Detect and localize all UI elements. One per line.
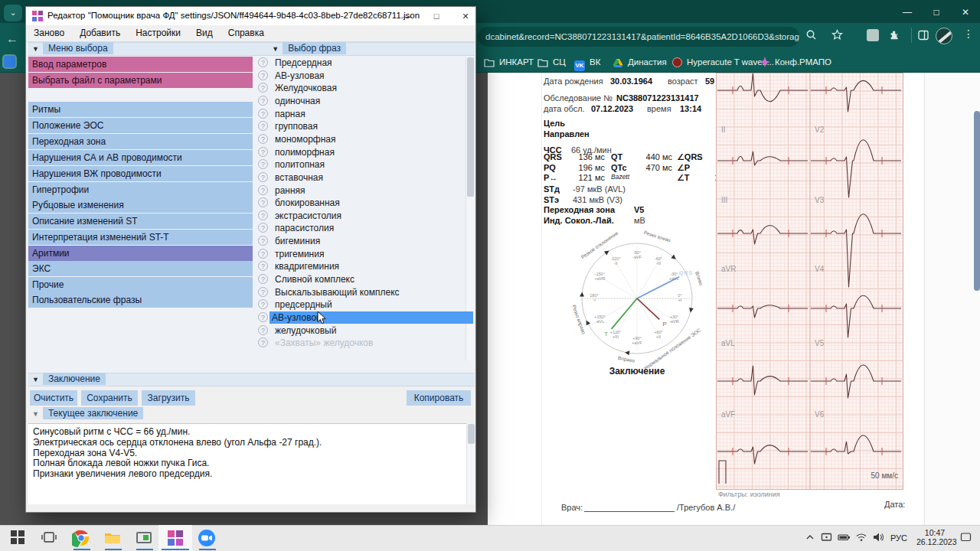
help-icon[interactable]: ? [258,287,268,297]
tray-display-icon[interactable] [821,532,832,546]
help-icon[interactable]: ? [258,121,268,131]
zoom-app-icon[interactable] [198,529,216,547]
phrase-item[interactable]: ?одиночная [258,95,474,107]
sidebar-item[interactable]: Ввод параметров [28,57,253,72]
start-button[interactable] [9,529,28,547]
editor-maximize-button[interactable]: □ [422,7,451,25]
clock[interactable]: 10:47 26.12.2023 [916,528,953,546]
help-icon[interactable]: ? [258,109,268,119]
help-icon[interactable]: ? [258,236,268,246]
help-icon[interactable]: ? [258,172,268,182]
tab-chevron-icon[interactable]: ⌄ [4,5,22,21]
extension-icon[interactable] [867,29,879,41]
language-indicator[interactable]: РУС [890,533,907,543]
phrase-item[interactable]: ?предсердный [258,298,474,311]
help-icon[interactable]: ? [258,96,268,106]
help-icon[interactable]: ? [258,312,268,322]
sidebar-item[interactable]: Переходная зона [28,134,253,149]
tray-volume-icon[interactable] [872,532,884,546]
help-icon[interactable]: ? [258,70,268,80]
phrase-item[interactable]: ?желудочковый [258,324,474,337]
phrase-item[interactable]: ?Желудочковая [258,82,474,94]
help-icon[interactable]: ? [258,134,268,144]
sidebar-item[interactable]: Положение ЭОС [28,118,253,133]
browser-close-button[interactable]: ✕ [952,5,978,20]
address-bar[interactable]: dcabinet&record=NC388071223131417&patien… [478,27,799,47]
collapse-icon[interactable]: ▼ [32,45,39,53]
phrase-panel-header[interactable]: Выбор фраз [283,42,346,54]
load-button[interactable]: Загрузить [142,390,195,406]
bookmark-item[interactable]: VKВК [574,54,600,70]
editor-close-button[interactable]: ✕ [451,7,480,25]
bookmark-item[interactable]: Династия [612,54,667,70]
phrase-item[interactable]: ?блокированная [258,197,474,209]
conclusion-scrollbar-thumb[interactable] [468,424,475,444]
help-icon[interactable]: ? [258,159,268,169]
menu-item[interactable]: Справка [220,25,272,41]
help-icon[interactable]: ? [258,223,268,233]
conclusion-scrollbar[interactable] [466,423,475,504]
copy-button[interactable]: Копировать [407,390,471,406]
help-icon[interactable]: ? [258,325,268,335]
side-panel-icon[interactable] [917,29,929,44]
phrase-item[interactable]: ?мономорфная [258,133,474,145]
phrase-item[interactable]: ?вставочная [258,171,474,184]
sidebar-item[interactable]: Нарушения ВЖ проводимости [28,166,253,181]
help-icon[interactable]: ? [258,83,268,93]
phrase-item[interactable]: ?Выскальзывающий комплекс [258,286,474,298]
menu-item[interactable]: Заново [26,25,72,41]
phrase-item[interactable]: ?ранняя [258,184,474,197]
bookmark-item[interactable]: Конф.РМАПО [760,54,831,70]
help-icon[interactable]: ? [258,299,268,309]
phrase-item[interactable]: ?полиморфная [258,146,474,158]
help-icon[interactable]: ? [258,249,268,259]
phrase-item[interactable]: ?экстрасистолия [258,210,474,222]
help-icon[interactable]: ? [258,210,268,220]
phrase-item[interactable]: ?парная [258,108,474,120]
bookmark-item[interactable]: СЦ [537,54,566,70]
menu-item[interactable]: Вид [188,25,220,41]
sidebar-item[interactable]: Выбрать файл с параметрами [28,73,253,88]
bookmark-star-icon[interactable] [831,29,843,43]
save-button[interactable]: Сохранить [81,390,138,406]
sidebar-item[interactable]: Аритмии [28,246,253,261]
search-icon[interactable] [805,29,817,43]
browser-menu-icon[interactable]: ⋮ [963,28,974,40]
ecg-editor-app-icon[interactable] [166,529,185,547]
tray-expand-icon[interactable] [805,532,815,546]
page-scrollbar[interactable] [974,111,980,291]
phrase-item[interactable]: ?Сливной комплекс [258,273,474,285]
sidebar-item[interactable]: Описание изменений ST [28,214,253,229]
current-conclusion-header[interactable]: Текущее заключение [43,407,143,419]
phrase-item[interactable]: ?АВ-узловая [258,70,474,82]
collapse-icon[interactable]: ▼ [32,376,39,383]
editor-minimize-button[interactable]: — [393,7,422,25]
help-icon[interactable]: ? [258,274,268,284]
tray-wifi-icon[interactable] [855,532,867,546]
chrome-icon[interactable] [72,529,90,547]
sidebar-item[interactable]: Пользовательские фразы [28,292,253,308]
phrase-item[interactable]: ?АВ-узловой [258,311,474,324]
phrase-item[interactable]: ?тригеминия [258,248,474,260]
collapse-icon[interactable]: ▼ [32,410,39,418]
notification-center-icon[interactable] [960,532,972,546]
extensions-puzzle-icon[interactable] [888,29,900,44]
help-icon[interactable]: ? [258,147,268,157]
sidebar-item[interactable]: ЭКС [28,261,253,276]
sidebar-item[interactable]: Прочие [28,277,253,292]
task-view-button[interactable] [41,529,59,547]
conclusion-header[interactable]: Заключение [43,373,106,385]
display-app-icon[interactable] [135,529,153,547]
sidebar-item[interactable]: Ритмы [28,102,253,117]
back-icon[interactable]: ← [6,32,18,46]
file-explorer-icon[interactable] [103,529,122,547]
bookmark-favicon[interactable] [4,56,15,67]
profile-avatar[interactable] [936,28,952,44]
phrase-item[interactable]: ?политопная [258,158,474,171]
help-icon[interactable]: ? [258,337,268,347]
help-icon[interactable]: ? [258,185,268,195]
help-icon[interactable]: ? [258,197,268,207]
help-icon[interactable]: ? [258,261,268,271]
phrase-item[interactable]: ?квадригеминия [258,260,474,272]
browser-minimize-button[interactable]: — [894,5,920,20]
